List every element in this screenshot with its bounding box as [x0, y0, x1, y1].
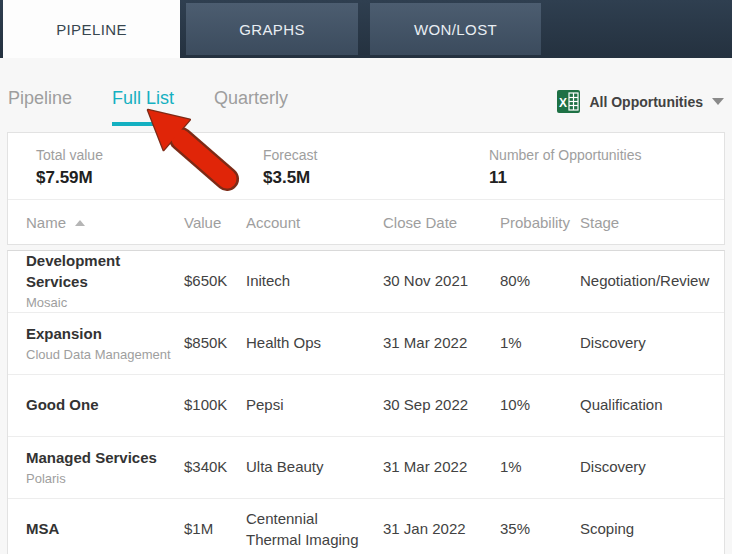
cell-close-date: 30 Sep 2022: [383, 395, 500, 415]
opportunity-name: Expansion: [26, 324, 174, 344]
cell-stage: Discovery: [580, 333, 724, 353]
column-header-label: Stage: [580, 214, 619, 231]
top-tab-bar: PIPELINE GRAPHS WON/LOST: [0, 0, 732, 58]
cell-value: $1M: [184, 519, 246, 539]
opportunity-subname: Polaris: [26, 470, 174, 488]
column-header-label: Name: [26, 214, 66, 231]
chevron-down-icon: [712, 98, 724, 105]
export-dropdown-label: All Opportunities: [589, 94, 703, 110]
pipeline-page: PIPELINE GRAPHS WON/LOST Pipeline Full L…: [0, 0, 732, 554]
summary-label: Forecast: [263, 147, 489, 163]
tab-graphs-label: GRAPHS: [239, 21, 305, 38]
column-header-stage[interactable]: Stage: [580, 214, 724, 231]
tab-pipeline[interactable]: PIPELINE: [3, 0, 180, 58]
svg-text:X: X: [559, 96, 567, 110]
summary-label: Number of Opportunities: [489, 147, 724, 163]
table-row[interactable]: Expansion Cloud Data Management $850K He…: [8, 313, 724, 375]
column-header-label: Account: [246, 214, 300, 231]
summary-card: Total value $7.59M Forecast $3.5M Number…: [7, 132, 725, 245]
opportunity-name: Good One: [26, 395, 174, 415]
cell-value: $100K: [184, 395, 246, 415]
cell-name: Development Services Mosaic: [26, 251, 184, 311]
subtab-quarterly[interactable]: Quarterly: [214, 88, 288, 126]
cell-account: Health Ops: [246, 333, 383, 353]
opportunity-list: Development Services Mosaic $650K Initec…: [7, 250, 725, 554]
cell-account: Ulta Beauty: [246, 457, 383, 477]
table-header-row: Name Value Account Close Date Probabilit…: [8, 200, 724, 245]
table-row[interactable]: Managed Services Polaris $340K Ulta Beau…: [8, 437, 724, 499]
opportunity-subname: Mosaic: [26, 294, 174, 312]
cell-account: Centennial Thermal Imaging: [246, 509, 383, 550]
column-header-name[interactable]: Name: [26, 214, 184, 231]
summary-label: Total value: [36, 147, 263, 163]
column-header-label: Close Date: [383, 214, 457, 231]
cell-probability: 35%: [500, 519, 580, 539]
cell-stage: Negotiation/Review: [580, 271, 724, 291]
tab-pipeline-label: PIPELINE: [56, 21, 127, 38]
summary-value: $7.59M: [36, 168, 263, 188]
column-header-label: Probability: [500, 214, 570, 231]
summary-value: $3.5M: [263, 168, 489, 188]
cell-stage: Discovery: [580, 457, 724, 477]
cell-stage: Scoping: [580, 519, 724, 539]
opportunity-name: MSA: [26, 519, 174, 539]
cell-probability: 1%: [500, 333, 580, 353]
summary-value: 11: [489, 168, 724, 188]
summary-opportunity-count: Number of Opportunities 11: [489, 147, 724, 199]
cell-account: Initech: [246, 271, 383, 291]
tab-won-lost-label: WON/LOST: [414, 21, 497, 38]
export-opportunities-dropdown[interactable]: X All Opportunities: [557, 90, 724, 113]
cell-account: Pepsi: [246, 395, 383, 415]
cell-probability: 80%: [500, 271, 580, 291]
subtab-full-list[interactable]: Full List: [112, 88, 174, 126]
column-header-account[interactable]: Account: [246, 214, 383, 231]
cell-name: Expansion Cloud Data Management: [26, 324, 184, 364]
cell-name: Managed Services Polaris: [26, 448, 184, 488]
subtab-pipeline[interactable]: Pipeline: [8, 88, 72, 126]
tab-graphs[interactable]: GRAPHS: [186, 3, 358, 55]
table-row[interactable]: MSA $1M Centennial Thermal Imaging 31 Ja…: [8, 499, 724, 554]
cell-close-date: 31 Jan 2022: [383, 519, 500, 539]
sub-nav: Pipeline Full List Quarterly X All Oppor…: [0, 58, 732, 132]
excel-icon: X: [557, 90, 580, 113]
summary-total-value: Total value $7.59M: [36, 147, 263, 199]
cell-close-date: 31 Mar 2022: [383, 457, 500, 477]
column-header-value[interactable]: Value: [184, 214, 246, 231]
opportunity-name: Managed Services: [26, 448, 174, 468]
table-row[interactable]: Good One $100K Pepsi 30 Sep 2022 10% Qua…: [8, 375, 724, 437]
cell-name: Good One: [26, 395, 184, 415]
cell-value: $850K: [184, 333, 246, 353]
sort-asc-icon: [75, 220, 85, 226]
table-row[interactable]: Development Services Mosaic $650K Initec…: [8, 251, 724, 313]
cell-probability: 10%: [500, 395, 580, 415]
cell-close-date: 31 Mar 2022: [383, 333, 500, 353]
cell-stage: Qualification: [580, 395, 724, 415]
cell-close-date: 30 Nov 2021: [383, 271, 500, 291]
opportunity-subname: Cloud Data Management: [26, 346, 174, 364]
summary-forecast: Forecast $3.5M: [263, 147, 489, 199]
column-header-close-date[interactable]: Close Date: [383, 214, 500, 231]
cell-name: MSA: [26, 519, 184, 539]
cell-value: $340K: [184, 457, 246, 477]
column-header-label: Value: [184, 214, 221, 231]
opportunity-name: Development Services: [26, 251, 174, 292]
cell-probability: 1%: [500, 457, 580, 477]
summary-row: Total value $7.59M Forecast $3.5M Number…: [8, 133, 724, 200]
column-header-probability[interactable]: Probability: [500, 214, 580, 231]
tab-won-lost[interactable]: WON/LOST: [370, 3, 541, 55]
cell-value: $650K: [184, 271, 246, 291]
